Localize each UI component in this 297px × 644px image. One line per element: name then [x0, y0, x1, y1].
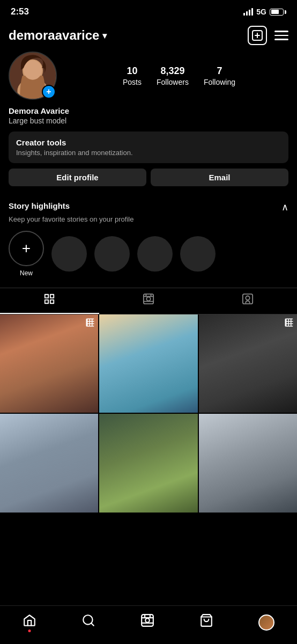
plus-icon: + [22, 241, 31, 256]
stats-row: 10 Posts 8,329 Followers 7 Following [70, 65, 288, 86]
shop-icon [199, 613, 213, 631]
highlight-item-3[interactable] [137, 236, 173, 272]
following-stat[interactable]: 7 Following [204, 65, 235, 86]
status-bar: 2:53 5G [0, 0, 297, 21]
photos-grid-area [0, 314, 297, 513]
creator-tools-card[interactable]: Creator tools Insights, inspiration and … [9, 131, 288, 163]
edit-profile-button[interactable]: Edit profile [9, 169, 146, 186]
posts-label: Posts [123, 78, 142, 86]
posts-stat[interactable]: 10 Posts [123, 65, 142, 86]
profile-bio: Large bust model [9, 116, 288, 125]
profile-name: Demora Avarice [9, 106, 288, 115]
tab-grid[interactable] [0, 288, 99, 314]
nav-reels[interactable] [134, 609, 161, 635]
nav-profile[interactable] [252, 610, 281, 635]
profile-section: + 10 Posts 8,329 Followers 7 Following D… [0, 52, 297, 201]
svg-point-12 [146, 297, 150, 301]
notification-dot [28, 630, 31, 632]
highlight-circle-1 [51, 236, 87, 272]
network-indicator: 5G [256, 8, 266, 16]
highlight-item-4[interactable] [180, 236, 216, 272]
reels-icon [143, 293, 154, 308]
svg-point-18 [246, 296, 249, 300]
content-tabs [0, 288, 297, 314]
new-post-button[interactable] [248, 26, 267, 45]
battery-icon [270, 9, 286, 16]
avatar-wrap[interactable]: + [9, 52, 57, 100]
tagged-icon [242, 293, 254, 308]
status-icons: 5G [243, 8, 286, 16]
svg-point-6 [24, 60, 42, 79]
grid-item-4[interactable] [0, 414, 98, 512]
highlights-subtitle: Keep your favorite stories on your profi… [9, 215, 288, 223]
username-display[interactable]: demoraavarice ▾ [9, 28, 107, 43]
following-label: Following [204, 78, 235, 86]
highlights-row: + New [9, 231, 288, 282]
svg-rect-10 [50, 300, 54, 303]
new-highlight-circle: + [9, 231, 44, 266]
highlight-new[interactable]: + New [9, 231, 44, 277]
followers-count: 8,329 [160, 65, 184, 77]
svg-rect-11 [144, 294, 153, 304]
highlight-circle-4 [180, 236, 216, 272]
tab-tagged[interactable] [198, 288, 297, 314]
following-count: 7 [217, 65, 222, 77]
nav-shop[interactable] [193, 609, 220, 635]
highlights-header: Story highlights ∧ [9, 201, 288, 213]
svg-rect-8 [50, 295, 54, 298]
profile-header: demoraavarice ▾ [0, 21, 297, 52]
menu-button[interactable] [274, 31, 288, 40]
svg-rect-17 [243, 294, 253, 304]
account-switcher-icon[interactable]: ▾ [102, 31, 107, 41]
profile-nav-avatar [258, 614, 274, 631]
creator-tools-subtitle: Insights, inspiration and monetization. [16, 149, 281, 157]
highlights-section: Story highlights ∧ Keep your favorite st… [0, 201, 297, 282]
svg-point-22 [145, 618, 150, 623]
posts-count: 10 [127, 65, 137, 77]
creator-tools-title: Creator tools [16, 138, 281, 147]
reels-nav-icon [140, 613, 154, 631]
grid-icon [43, 293, 55, 308]
profile-actions-row: Edit profile Email [9, 169, 288, 186]
nav-search[interactable] [75, 609, 102, 635]
search-icon [81, 613, 95, 631]
grid-item-2[interactable] [99, 314, 197, 413]
svg-rect-21 [142, 614, 153, 626]
photos-grid [0, 314, 297, 513]
reel-badge-3 [284, 318, 294, 330]
tab-reels[interactable] [99, 288, 198, 314]
header-actions [248, 26, 288, 45]
add-story-button[interactable]: + [42, 85, 56, 99]
home-icon [23, 613, 36, 631]
svg-line-20 [91, 623, 94, 626]
reel-badge-1 [85, 318, 95, 330]
followers-stat[interactable]: 8,329 Followers [157, 65, 189, 86]
followers-label: Followers [157, 78, 189, 86]
highlight-item-1[interactable] [51, 236, 87, 272]
grid-item-5[interactable] [99, 414, 197, 512]
svg-rect-7 [45, 295, 48, 298]
profile-top: + 10 Posts 8,329 Followers 7 Following [9, 52, 288, 100]
svg-rect-9 [45, 300, 48, 303]
grid-item-3[interactable] [199, 314, 297, 413]
bottom-navigation [0, 605, 297, 644]
highlight-circle-3 [137, 236, 173, 272]
highlights-collapse-icon[interactable]: ∧ [281, 201, 288, 213]
grid-item-6[interactable] [199, 414, 297, 512]
highlight-item-2[interactable] [94, 236, 130, 272]
new-highlight-label: New [20, 269, 33, 277]
nav-home[interactable] [16, 609, 43, 635]
status-time: 2:53 [11, 6, 29, 17]
signal-icon [243, 8, 253, 16]
grid-item-1[interactable] [0, 314, 98, 413]
highlight-circle-2 [94, 236, 130, 272]
plus-square-icon [251, 29, 264, 42]
email-button[interactable]: Email [151, 169, 288, 186]
highlights-title: Story highlights [9, 201, 70, 210]
username-text: demoraavarice [9, 28, 99, 43]
